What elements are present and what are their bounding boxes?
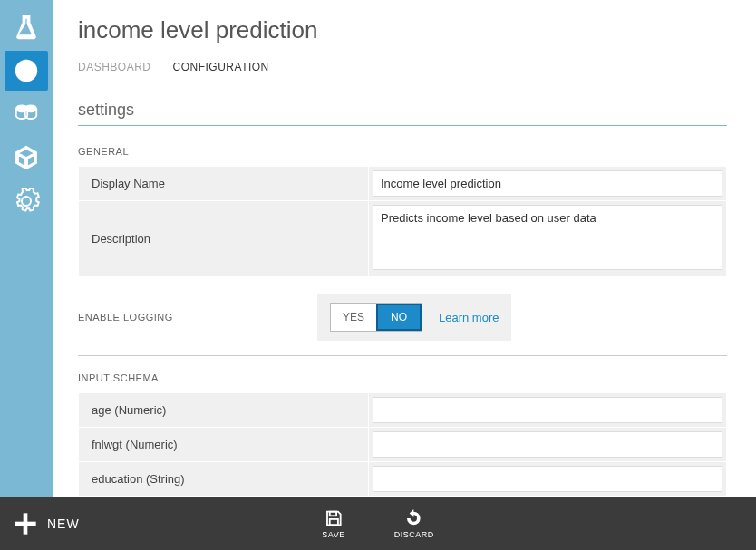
schema-row: age (Numeric) — [79, 393, 727, 428]
schema-field-input[interactable] — [373, 397, 722, 423]
page-tabs: DASHBOARD CONFIGURATION — [78, 61, 727, 73]
input-schema-table: age (Numeric) fnlwgt (Numeric) education… — [78, 392, 727, 497]
nav-models[interactable] — [5, 138, 48, 178]
general-section-label: GENERAL — [78, 146, 727, 157]
new-button-label: NEW — [47, 516, 80, 531]
command-bar: NEW SAVE DISCARD — [0, 497, 756, 550]
cube-icon — [13, 144, 40, 171]
description-row: Description — [79, 201, 727, 277]
description-label: Description — [79, 201, 369, 277]
page-title: income level prediction — [78, 16, 727, 44]
logging-toggle-yes[interactable]: YES — [331, 304, 376, 331]
schema-field-label: fnlwgt (Numeric) — [79, 428, 369, 462]
nav-datasets[interactable] — [5, 94, 48, 134]
logging-toggle-container: YES NO Learn more — [317, 294, 511, 341]
tab-dashboard[interactable]: DASHBOARD — [78, 61, 151, 73]
schema-field-label: age (Numeric) — [79, 393, 369, 428]
globe-icon — [13, 57, 40, 84]
main-content: income level prediction DASHBOARD CONFIG… — [53, 0, 756, 550]
schema-field-input[interactable] — [373, 466, 722, 492]
description-input[interactable] — [373, 205, 722, 270]
svg-rect-6 — [15, 522, 35, 526]
divider — [78, 355, 727, 356]
general-form: Display Name Description — [78, 166, 727, 277]
tab-configuration[interactable]: CONFIGURATION — [173, 61, 269, 73]
divider — [78, 125, 727, 126]
new-button[interactable]: NEW — [13, 511, 80, 536]
nav-experiments[interactable] — [5, 7, 48, 47]
plus-icon — [13, 511, 38, 536]
svg-rect-7 — [329, 512, 335, 516]
gear-icon — [13, 188, 40, 215]
logging-toggle: YES NO — [330, 303, 422, 332]
learn-more-link[interactable]: Learn more — [439, 311, 499, 324]
database-icon — [13, 101, 40, 128]
undo-icon — [404, 508, 424, 528]
display-name-label: Display Name — [79, 167, 369, 201]
display-name-input[interactable] — [373, 170, 722, 197]
discard-button[interactable]: DISCARD — [394, 508, 434, 539]
input-schema-label: INPUT SCHEMA — [78, 372, 727, 383]
save-button-label: SAVE — [322, 530, 344, 539]
schema-field-input[interactable] — [373, 431, 722, 458]
nav-settings[interactable] — [5, 181, 48, 221]
save-icon — [324, 508, 344, 528]
flask-icon — [13, 14, 40, 41]
display-name-row: Display Name — [79, 167, 727, 201]
settings-heading: settings — [78, 101, 727, 120]
discard-button-label: DISCARD — [394, 530, 434, 539]
enable-logging-row: ENABLE LOGGING YES NO Learn more — [78, 294, 727, 341]
schema-row: education (String) — [79, 462, 727, 497]
logging-toggle-no[interactable]: NO — [376, 304, 422, 331]
svg-rect-8 — [329, 519, 337, 525]
nav-web-services[interactable] — [5, 51, 48, 91]
schema-row: fnlwgt (Numeric) — [79, 428, 727, 462]
left-nav — [0, 0, 53, 550]
enable-logging-label: ENABLE LOGGING — [78, 312, 296, 323]
schema-field-label: education (String) — [79, 462, 369, 497]
save-button[interactable]: SAVE — [322, 508, 344, 539]
